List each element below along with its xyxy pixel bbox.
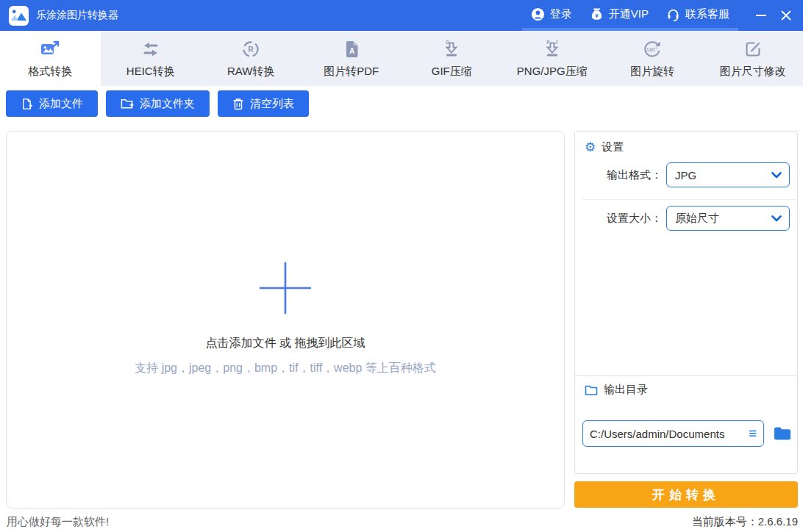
tab-heic-convert[interactable]: HEIC转换: [101, 31, 201, 86]
tab-label: 图片转PDF: [324, 65, 379, 79]
add-folder-button[interactable]: 添加文件夹: [106, 90, 210, 117]
tab-label: GIF压缩: [432, 65, 472, 79]
output-format-label: 输出格式：: [575, 168, 662, 182]
output-dir-row: ≡: [582, 420, 791, 447]
edit-resize-icon: [743, 39, 763, 60]
tab-image-to-pdf[interactable]: A 图片转PDF: [301, 31, 402, 86]
tab-raw-convert[interactable]: R RAW转换: [201, 31, 301, 86]
chevron-down-icon: [771, 172, 782, 179]
tab-label: 图片尺寸修改: [720, 65, 786, 79]
svg-text:G: G: [446, 40, 449, 45]
app-title: 乐涂涂图片转换器: [36, 9, 118, 22]
divider: [582, 199, 796, 200]
version-text: 当前版本号：2.6.6.19: [574, 515, 798, 529]
browse-folder-button[interactable]: [774, 426, 791, 441]
divider: [575, 375, 797, 376]
output-dir-header: 输出目录: [585, 383, 648, 397]
svg-text:J: J: [554, 40, 557, 45]
vip-label: 开通VIP: [609, 7, 649, 21]
tab-label: RAW转换: [227, 65, 274, 79]
output-dir-title: 输出目录: [604, 383, 648, 397]
close-icon: [781, 10, 791, 21]
plus-icon: [258, 261, 313, 315]
svg-text:R: R: [249, 45, 254, 53]
support-label: 联系客服: [685, 7, 729, 21]
chevron-down-icon: [771, 215, 782, 222]
slogan-text: 用心做好每一款软件!: [7, 515, 109, 529]
menu-icon[interactable]: ≡: [749, 425, 757, 442]
tab-label: 格式转换: [28, 65, 72, 79]
settings-header: ⚙ 设置: [585, 140, 624, 154]
titlebar: 乐涂涂图片转换器 登录 ¥ 开通VIP 联系客服: [0, 0, 803, 31]
tab-format-convert[interactable]: 格式转换: [0, 31, 101, 86]
size-label: 设置大小：: [575, 212, 662, 226]
tabbar: 格式转换 HEIC转换 R RAW转换 A: [0, 31, 803, 86]
close-button[interactable]: [774, 0, 799, 31]
size-row: 设置大小： 原始尺寸: [575, 206, 797, 231]
svg-text:A: A: [349, 46, 354, 54]
output-dir-input[interactable]: [590, 428, 746, 440]
headset-icon: [666, 7, 680, 21]
png-jpg-compress-icon: P J: [542, 39, 563, 60]
add-file-label: 添加文件: [39, 97, 83, 111]
login-label: 登录: [550, 7, 572, 21]
settings-title: 设置: [602, 140, 624, 154]
clear-list-label: 清空列表: [250, 97, 294, 111]
size-value: 原始尺寸: [675, 212, 719, 226]
minimize-icon: [756, 15, 766, 16]
tab-png-jpg-compress[interactable]: P J PNG/JPG压缩: [502, 31, 603, 86]
output-format-value: JPG: [675, 169, 696, 181]
login-button[interactable]: 登录: [522, 0, 581, 31]
file-plus-icon: [21, 98, 33, 110]
trash-icon: [232, 98, 244, 110]
svg-text:¥: ¥: [595, 12, 599, 18]
dropzone-formats: 支持 jpg，jpeg，png，bmp，tif，tiff，webp 等上百种格式: [7, 361, 564, 376]
size-select[interactable]: 原始尺寸: [666, 206, 790, 231]
svg-text:180°: 180°: [646, 46, 658, 52]
settings-panel: ⚙ 设置 输出格式： JPG 设置大小： 原始尺寸 输出目录 ≡: [574, 131, 798, 474]
vip-button[interactable]: ¥ 开通VIP: [581, 0, 657, 31]
file-toolbar: 添加文件 添加文件夹 清空列表: [6, 90, 309, 117]
tab-label: 图片旋转: [630, 65, 674, 79]
moneybag-icon: ¥: [590, 7, 604, 21]
user-icon: [531, 7, 545, 21]
rotate-r-icon: R: [240, 39, 261, 60]
dropzone-hint: 点击添加文件 或 拖拽到此区域: [7, 336, 564, 351]
tab-image-resize[interactable]: 图片尺寸修改: [703, 31, 803, 86]
tab-image-rotate[interactable]: 180° 图片旋转: [602, 31, 703, 86]
image-convert-icon: [40, 39, 60, 60]
tab-label: PNG/JPG压缩: [517, 65, 588, 79]
file-drop-zone[interactable]: 点击添加文件 或 拖拽到此区域 支持 jpg，jpeg，png，bmp，tif，…: [6, 131, 565, 508]
folder-outline-icon: [585, 384, 598, 396]
folder-plus-icon: [121, 98, 134, 109]
gear-icon: ⚙: [585, 141, 596, 154]
support-button[interactable]: 联系客服: [657, 0, 738, 31]
rotate-180-icon: 180°: [642, 39, 663, 60]
tab-gif-compress[interactable]: G GIF压缩: [402, 31, 502, 86]
add-folder-label: 添加文件夹: [140, 97, 195, 111]
tab-label: HEIC转换: [126, 65, 175, 79]
folder-filled-icon: [774, 426, 791, 441]
output-format-row: 输出格式： JPG: [575, 162, 797, 187]
swap-arrows-icon: [140, 39, 161, 60]
gif-compress-icon: G: [441, 39, 462, 60]
pdf-file-icon: A: [341, 39, 362, 60]
output-dir-inputbox: ≡: [582, 420, 764, 447]
output-format-select[interactable]: JPG: [666, 162, 790, 187]
app-logo-icon: [9, 6, 29, 26]
add-file-button[interactable]: 添加文件: [6, 90, 98, 117]
minimize-button[interactable]: [749, 0, 774, 31]
clear-list-button[interactable]: 清空列表: [218, 90, 309, 117]
start-convert-button[interactable]: 开始转换: [574, 481, 798, 508]
